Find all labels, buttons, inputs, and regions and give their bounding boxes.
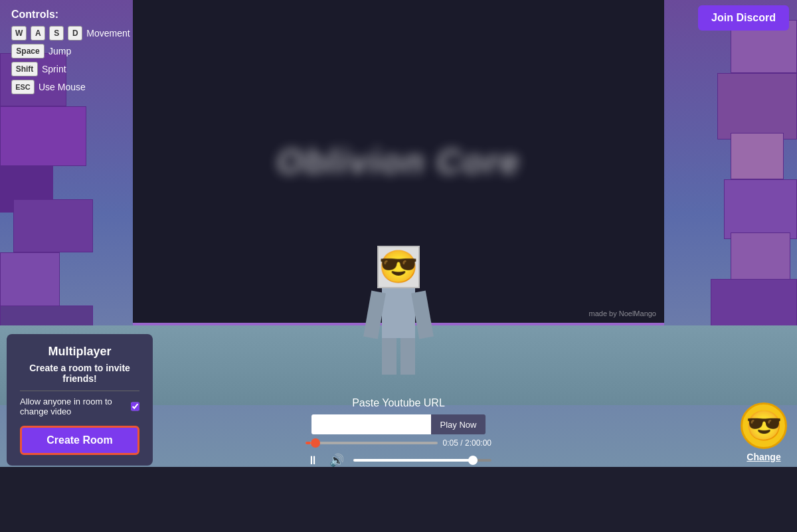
control-row-jump: Space Jump [11,44,130,58]
pause-button[interactable]: ⏸ [306,452,320,469]
action-use-mouse: Use Mouse [39,82,86,92]
character-body [367,288,430,338]
allow-change-label: Allow anyone in room to change video [20,397,127,416]
multiplayer-title: Multiplayer [20,345,139,359]
change-avatar-button[interactable]: 😎 Change [741,402,787,462]
youtube-url-input[interactable] [311,414,431,434]
tv-screen-text: Oblivion Core [277,141,521,181]
multiplayer-subtitle: Create a room to invite friends! [20,363,139,384]
allow-change-row: Allow anyone in room to change video [20,397,139,416]
paste-url-label: Paste Youtube URL [352,397,445,409]
mute-button[interactable]: 🔊 [328,452,345,469]
key-d: D [68,26,82,41]
control-row-mouse: ESC Use Mouse [11,80,130,94]
video-controls-area: Paste Youtube URL Play Now 0:05 / 2:00:0… [292,397,505,469]
play-now-button[interactable]: Play Now [431,414,486,434]
control-row-wasd: W A S D Movement [11,26,130,41]
create-room-button[interactable]: Create Room [20,426,139,455]
progress-thumb [311,438,320,448]
character-head: 😎 [377,246,420,288]
action-sprint: Sprint [42,64,66,74]
character-leg-right [400,338,415,375]
playback-controls-row: ⏸ 🔊 [306,452,491,469]
url-input-row: Play Now [311,414,486,434]
key-space: Space [11,44,44,58]
player-character: 😎 [367,246,430,375]
character-leg-left [382,338,397,375]
controls-title: Controls: [11,9,130,21]
multiplayer-panel: Multiplayer Create a room to invite frie… [7,334,153,466]
progress-bar-row: 0:05 / 2:00:00 [306,438,491,448]
join-discord-button[interactable]: Join Discord [698,5,789,31]
cube-decoration [731,232,790,286]
change-label: Change [747,452,780,462]
volume-fill [353,459,478,462]
allow-change-checkbox[interactable] [131,401,139,412]
key-w: W [11,26,27,41]
tv-credit: made by NoelMango [588,310,656,317]
character-emoji: 😎 [379,251,418,283]
action-movement: Movement [86,28,130,39]
volume-track[interactable] [353,459,491,462]
controls-panel: Controls: W A S D Movement Space Jump Sh… [3,3,138,103]
time-display: 0:05 / 2:00:00 [443,438,491,448]
cube-decoration [717,73,797,139]
multiplayer-divider [20,391,139,391]
character-legs [382,338,415,375]
cube-decoration [0,106,86,166]
avatar-emoji: 😎 [741,402,787,449]
key-a: A [31,26,45,41]
volume-thumb [468,456,478,465]
progress-track[interactable] [306,442,438,444]
key-esc: ESC [11,80,35,94]
action-jump: Jump [48,46,71,56]
key-shift: Shift [11,62,38,76]
progress-fill [306,442,311,444]
control-row-sprint: Shift Sprint [11,62,130,76]
character-torso [382,288,415,338]
key-s: S [49,26,64,41]
cube-decoration [724,179,797,239]
cube-decoration [13,199,93,252]
bottom-bar [0,467,797,532]
cube-decoration [731,133,784,179]
